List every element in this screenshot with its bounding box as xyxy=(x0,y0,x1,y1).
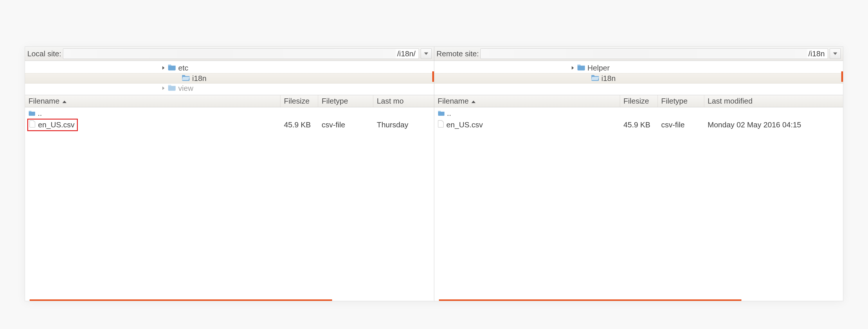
remote-filelist[interactable]: .. en_US.csv 45.9 KB csv-file Monday 02 … xyxy=(434,107,843,301)
list-item-file[interactable]: en_US.csv 45.9 KB csv-file Monday 02 May… xyxy=(434,119,843,131)
list-item-parent[interactable]: .. xyxy=(434,107,843,119)
status-divider xyxy=(30,299,332,301)
expand-icon[interactable] xyxy=(161,86,165,90)
col-lastmod-label: Last modified xyxy=(708,97,753,106)
folder-open-icon xyxy=(182,74,190,83)
remote-path-dropdown[interactable] xyxy=(830,48,841,59)
col-filesize-label: Filesize xyxy=(284,97,309,106)
local-filelist[interactable]: .. en_US.csv 45.9 KB csv-file Thursday xyxy=(25,107,434,301)
remote-pathbar: Remote site: /i18n xyxy=(434,47,843,61)
tree-item-etc[interactable]: etc xyxy=(25,63,434,73)
folder-icon xyxy=(28,109,35,118)
file-name: .. xyxy=(447,109,451,118)
col-filename[interactable]: Filename xyxy=(434,95,620,107)
local-path-dropdown[interactable] xyxy=(421,48,432,59)
col-lastmod[interactable]: Last mo xyxy=(373,95,434,107)
list-item-parent[interactable]: .. xyxy=(25,107,434,119)
tree-item-i18n[interactable]: i18n xyxy=(434,73,843,84)
highlight-annotation: en_US.csv xyxy=(27,119,78,131)
sort-asc-icon xyxy=(61,97,66,106)
folder-icon xyxy=(168,64,176,72)
local-pathbar: Local site: /i18n/ xyxy=(25,47,434,61)
folder-open-icon xyxy=(591,74,599,83)
file-name: en_US.csv xyxy=(38,121,74,129)
local-path-input[interactable]: /i18n/ xyxy=(63,48,418,59)
local-path-tail: /i18n/ xyxy=(396,49,418,58)
local-site-label: Local site: xyxy=(27,49,61,58)
tree-label: view xyxy=(178,84,193,93)
expand-icon[interactable] xyxy=(161,66,165,70)
tree-item-view[interactable]: view xyxy=(25,83,434,93)
list-item-file[interactable]: en_US.csv 45.9 KB csv-file Thursday xyxy=(25,119,434,131)
folder-icon xyxy=(438,109,445,118)
sort-asc-icon xyxy=(470,97,475,106)
expand-icon[interactable] xyxy=(571,66,575,70)
remote-site-label: Remote site: xyxy=(437,49,479,58)
file-name: en_US.csv xyxy=(446,121,483,129)
tree-item-i18n[interactable]: i18n xyxy=(25,73,434,84)
local-path-blurred xyxy=(63,49,396,59)
col-filename-label: Filename xyxy=(28,97,60,106)
col-filetype[interactable]: Filetype xyxy=(658,95,704,107)
filezilla-window: Local site: /i18n/ etc i18n xyxy=(25,46,843,301)
file-type: csv-file xyxy=(658,121,704,129)
col-filetype-label: Filetype xyxy=(322,97,348,106)
col-filesize[interactable]: Filesize xyxy=(620,95,658,107)
remote-tree[interactable]: Helper i18n xyxy=(434,61,843,95)
remote-pane: Remote site: /i18n Helper i18n xyxy=(434,47,843,301)
tree-label: etc xyxy=(178,64,188,72)
status-divider xyxy=(439,299,741,301)
file-size: 45.9 KB xyxy=(280,121,318,129)
tree-label: Helper xyxy=(588,64,610,72)
remote-path-blurred xyxy=(481,49,807,59)
remote-path-tail: /i18n xyxy=(807,49,828,58)
col-filename[interactable]: Filename xyxy=(25,95,280,107)
tree-scroll-marker xyxy=(432,71,434,82)
file-type: csv-file xyxy=(318,121,373,129)
file-icon xyxy=(29,120,36,130)
col-filetype-label: Filetype xyxy=(661,97,688,106)
file-modified: Monday 02 May 2016 04:15 xyxy=(704,121,843,129)
folder-icon xyxy=(168,84,176,93)
remote-path-input[interactable]: /i18n xyxy=(480,48,828,59)
folder-icon xyxy=(577,64,585,72)
col-filesize-label: Filesize xyxy=(624,97,649,106)
tree-label: i18n xyxy=(192,74,207,83)
col-filename-label: Filename xyxy=(438,97,469,106)
local-columns: Filename Filesize Filetype Last mo xyxy=(25,95,434,107)
col-lastmod-label: Last mo xyxy=(377,97,404,106)
local-tree[interactable]: etc i18n view xyxy=(25,61,434,95)
col-filetype[interactable]: Filetype xyxy=(318,95,373,107)
col-filesize[interactable]: Filesize xyxy=(280,95,318,107)
file-icon xyxy=(438,120,444,130)
col-lastmod[interactable]: Last modified xyxy=(704,95,843,107)
tree-scroll-marker xyxy=(841,71,843,82)
tree-item-helper[interactable]: Helper xyxy=(434,63,843,73)
file-modified: Thursday xyxy=(373,121,434,129)
file-name: .. xyxy=(38,109,42,118)
remote-columns: Filename Filesize Filetype Last modified xyxy=(434,95,843,107)
file-size: 45.9 KB xyxy=(620,121,658,129)
local-pane: Local site: /i18n/ etc i18n xyxy=(25,47,434,301)
tree-label: i18n xyxy=(601,74,616,83)
